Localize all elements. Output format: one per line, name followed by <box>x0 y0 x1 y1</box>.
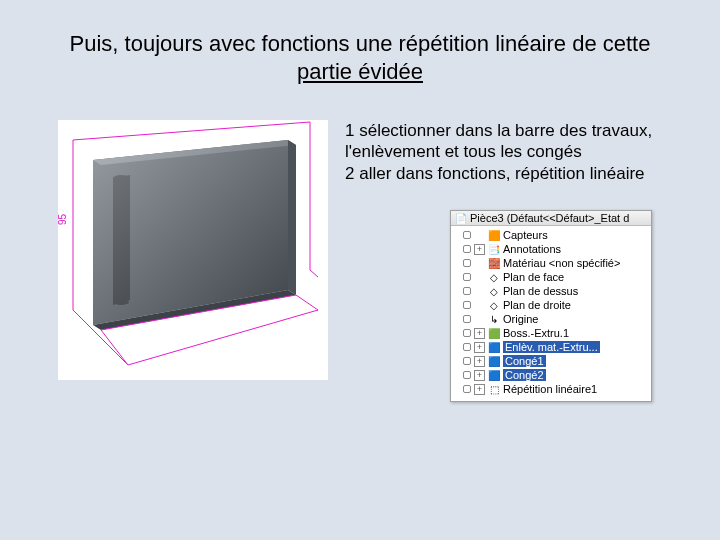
title-line1: Puis, toujours avec fonctions une répéti… <box>70 31 651 56</box>
cad-svg: 95 <box>58 120 328 380</box>
part-icon: 📄 <box>455 212 467 224</box>
expand-icon[interactable]: + <box>474 342 485 353</box>
tree-item-label: Plan de droite <box>503 299 571 311</box>
tree-item[interactable]: +🟩Boss.-Extru.1 <box>461 326 651 340</box>
tree-bullet <box>463 357 471 365</box>
tree-item[interactable]: +🟦Enlèv. mat.-Extru... <box>461 340 651 354</box>
tree-header-label: Pièce3 (Défaut<<Défaut>_Etat d <box>470 212 629 224</box>
tree-item[interactable]: ◇Plan de droite <box>461 298 651 312</box>
tree-item-label: Plan de face <box>503 271 564 283</box>
svg-marker-7 <box>288 140 296 295</box>
feature-icon: ◇ <box>488 299 500 311</box>
tree-bullet <box>463 301 471 309</box>
tree-header[interactable]: 📄 Pièce3 (Défaut<<Défaut>_Etat d <box>451 211 651 226</box>
cad-3d-view: 95 <box>58 120 328 380</box>
tree-bullet <box>463 343 471 351</box>
expand-icon[interactable]: + <box>474 384 485 395</box>
tree-bullet <box>463 287 471 295</box>
tree-bullet <box>463 273 471 281</box>
tree-bullet <box>463 259 471 267</box>
dimension-label: 95 <box>58 213 68 225</box>
tree-item-label: Répétition linéaire1 <box>503 383 597 395</box>
tree-item[interactable]: +⬚Répétition linéaire1 <box>461 382 651 396</box>
feature-icon: 🟩 <box>488 327 500 339</box>
tree-bullet <box>463 371 471 379</box>
feature-icon: 🟧 <box>488 229 500 241</box>
feature-manager-tree[interactable]: 📄 Pièce3 (Défaut<<Défaut>_Etat d 🟧Capteu… <box>450 210 652 402</box>
tree-item[interactable]: 🧱Matériau <non spécifié> <box>461 256 651 270</box>
tree-bullet <box>463 329 471 337</box>
tree-bullet <box>463 231 471 239</box>
instruction-text: 1 sélectionner dans la barre des travaux… <box>345 120 665 184</box>
tree-item[interactable]: ↳Origine <box>461 312 651 326</box>
tree-body: 🟧Capteurs+📑Annotations🧱Matériau <non spé… <box>451 226 651 398</box>
feature-icon: ◇ <box>488 285 500 297</box>
expand-icon[interactable]: + <box>474 370 485 381</box>
feature-icon: ◇ <box>488 271 500 283</box>
feature-icon: ⬚ <box>488 383 500 395</box>
title-line2: partie évidée <box>297 59 423 84</box>
feature-icon: 🟦 <box>488 341 500 353</box>
tree-item-label: Congé1 <box>503 355 546 367</box>
tree-bullet <box>463 245 471 253</box>
tree-item-label: Annotations <box>503 243 561 255</box>
tree-item[interactable]: +🟦Congé2 <box>461 368 651 382</box>
tree-item-label: Enlèv. mat.-Extru... <box>503 341 600 353</box>
slide-title: Puis, toujours avec fonctions une répéti… <box>60 30 660 85</box>
tree-bullet <box>463 315 471 323</box>
feature-icon: 📑 <box>488 243 500 255</box>
slide: Puis, toujours avec fonctions une répéti… <box>0 0 720 540</box>
tree-item[interactable]: +🟦Congé1 <box>461 354 651 368</box>
tree-bullet <box>463 385 471 393</box>
expand-icon[interactable]: + <box>474 328 485 339</box>
tree-item[interactable]: ◇Plan de face <box>461 270 651 284</box>
feature-icon: 🟦 <box>488 369 500 381</box>
svg-line-4 <box>310 270 318 277</box>
tree-item-label: Origine <box>503 313 538 325</box>
feature-icon: 🧱 <box>488 257 500 269</box>
tree-item[interactable]: +📑Annotations <box>461 242 651 256</box>
expand-icon[interactable]: + <box>474 356 485 367</box>
svg-line-0 <box>73 122 310 140</box>
feature-icon: 🟦 <box>488 355 500 367</box>
tree-item-label: Matériau <non spécifié> <box>503 257 620 269</box>
tree-item[interactable]: 🟧Capteurs <box>461 228 651 242</box>
tree-item-label: Boss.-Extru.1 <box>503 327 569 339</box>
tree-item-label: Capteurs <box>503 229 548 241</box>
feature-icon: ↳ <box>488 313 500 325</box>
tree-item-label: Congé2 <box>503 369 546 381</box>
tree-item[interactable]: ◇Plan de dessus <box>461 284 651 298</box>
tree-item-label: Plan de dessus <box>503 285 578 297</box>
expand-icon[interactable]: + <box>474 244 485 255</box>
